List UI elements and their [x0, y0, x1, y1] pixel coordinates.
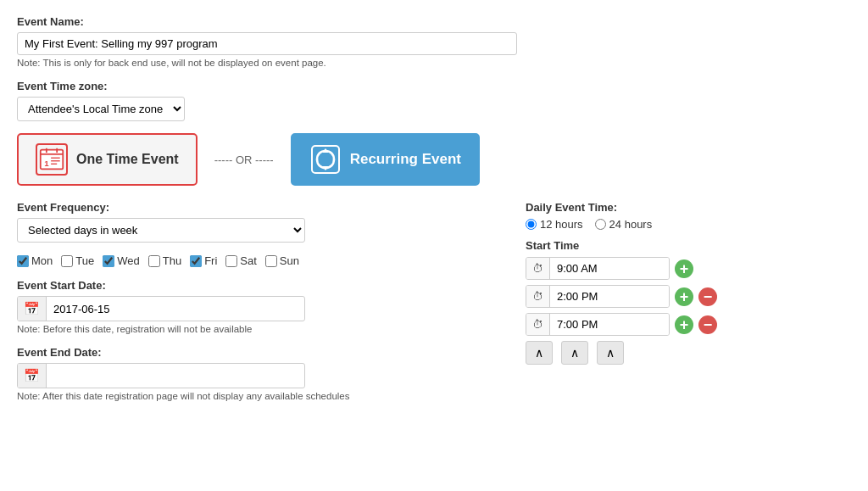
arrow-up-1[interactable]: ∧ [526, 341, 553, 365]
arrow-up-2[interactable]: ∧ [561, 341, 588, 365]
event-timezone-label: Event Time zone: [17, 80, 851, 92]
label-fri: Fri [204, 254, 217, 267]
event-end-date-input[interactable] [47, 365, 304, 387]
daily-event-time-label: Daily Event Time: [526, 201, 851, 214]
checkbox-thu[interactable] [148, 255, 160, 267]
arrow-row: ∧ ∧ ∧ [526, 341, 851, 365]
day-thu: Thu [148, 254, 181, 267]
day-mon: Mon [17, 254, 53, 267]
event-timezone-section: Event Time zone: Attendee's Local Time z… [17, 80, 851, 121]
calendar-icon-end: 📅 [18, 364, 47, 388]
one-time-icon: 1 [36, 143, 68, 176]
time-input-wrapper-1: ⏱ [526, 257, 670, 280]
label-sat: Sat [240, 254, 257, 267]
event-name-label: Event Name: [17, 15, 851, 28]
checkbox-sat[interactable] [225, 255, 237, 267]
label-mon: Mon [31, 254, 53, 267]
calendar-icon-start: 📅 [18, 297, 47, 321]
event-start-date-section: Event Start Date: 📅 Note: Before this da… [17, 279, 509, 334]
clock-icon-2: ⏱ [526, 286, 550, 307]
day-sat: Sat [225, 254, 257, 267]
day-wed: Wed [103, 254, 140, 267]
event-end-date-label: Event End Date: [17, 346, 509, 359]
event-start-date-note: Note: Before this date, registration wil… [17, 324, 509, 334]
checkbox-tue[interactable] [61, 255, 73, 267]
time-input-wrapper-2: ⏱ [526, 285, 670, 308]
event-name-input[interactable] [17, 32, 517, 55]
label-wed: Wed [117, 254, 140, 267]
or-divider: ----- OR ----- [198, 153, 291, 166]
time-input-2[interactable] [550, 286, 670, 307]
event-name-note: Note: This is only for back end use, wil… [17, 58, 851, 68]
time-row-1: ⏱ + [526, 257, 851, 280]
event-end-date-note: Note: After this date registration page … [17, 391, 509, 401]
time-row-2: ⏱ + − [526, 285, 851, 308]
checkbox-fri[interactable] [190, 255, 202, 267]
event-name-section: Event Name: Note: This is only for back … [17, 15, 851, 68]
label-tue: Tue [75, 254, 94, 267]
time-input-wrapper-3: ⏱ [526, 313, 670, 336]
event-frequency-label: Event Frequency: [17, 201, 509, 214]
recurring-icon [309, 143, 342, 176]
add-time-button-3[interactable]: + [675, 315, 693, 334]
recurring-event-button[interactable]: Recurring Event [291, 133, 480, 186]
time-input-1[interactable] [550, 258, 670, 279]
event-timezone-select[interactable]: Attendee's Local Time zone [17, 97, 185, 121]
svg-text:1: 1 [44, 159, 49, 168]
arrow-up-3[interactable]: ∧ [597, 341, 624, 365]
event-end-date-section: Event End Date: 📅 Note: After this date … [17, 346, 509, 401]
label-sun: Sun [280, 254, 299, 267]
event-frequency-select[interactable]: Selected days in week Daily Weekly Month… [17, 218, 305, 243]
day-checkboxes-row: Mon Tue Wed Thu Fri [17, 254, 509, 267]
start-time-section: Start Time ⏱ + ⏱ + − [526, 239, 851, 365]
label-thu: Thu [163, 254, 181, 267]
24-hours-option[interactable]: 24 hours [595, 218, 653, 231]
main-content: Event Frequency: Selected days in week D… [17, 201, 851, 413]
time-format-radio-row: 12 hours 24 hours [526, 218, 851, 231]
day-tue: Tue [61, 254, 94, 267]
event-type-row: 1 One Time Event ----- OR ----- [17, 133, 851, 186]
clock-icon-1: ⏱ [526, 258, 550, 279]
event-end-date-wrapper: 📅 [17, 363, 305, 388]
day-fri: Fri [190, 254, 217, 267]
12-hours-option[interactable]: 12 hours [526, 218, 583, 231]
daily-event-time-section: Daily Event Time: 12 hours 24 hours [526, 201, 851, 231]
event-start-date-wrapper: 📅 [17, 296, 305, 321]
remove-time-button-3[interactable]: − [698, 315, 717, 334]
24-hours-radio[interactable] [595, 219, 606, 230]
checkbox-wed[interactable] [103, 255, 114, 267]
clock-icon-3: ⏱ [526, 314, 550, 335]
time-input-3[interactable] [550, 314, 670, 335]
checkbox-mon[interactable] [17, 255, 29, 267]
recurring-event-label: Recurring Event [350, 151, 461, 168]
event-start-date-label: Event Start Date: [17, 279, 509, 292]
remove-time-button-2[interactable]: − [698, 287, 717, 306]
event-frequency-section: Event Frequency: Selected days in week D… [17, 201, 509, 243]
checkbox-sun[interactable] [265, 255, 277, 267]
one-time-event-button[interactable]: 1 One Time Event [17, 133, 198, 186]
time-row-3: ⏱ + − [526, 313, 851, 336]
one-time-event-label: One Time Event [76, 152, 179, 167]
add-time-button-1[interactable]: + [675, 259, 693, 278]
start-time-label: Start Time [526, 239, 851, 252]
12-hours-radio[interactable] [526, 219, 537, 230]
add-time-button-2[interactable]: + [675, 287, 693, 306]
event-start-date-input[interactable] [47, 299, 304, 320]
left-column: Event Frequency: Selected days in week D… [17, 201, 509, 413]
day-sun: Sun [265, 254, 299, 267]
right-column: Daily Event Time: 12 hours 24 hours Star… [526, 201, 851, 377]
